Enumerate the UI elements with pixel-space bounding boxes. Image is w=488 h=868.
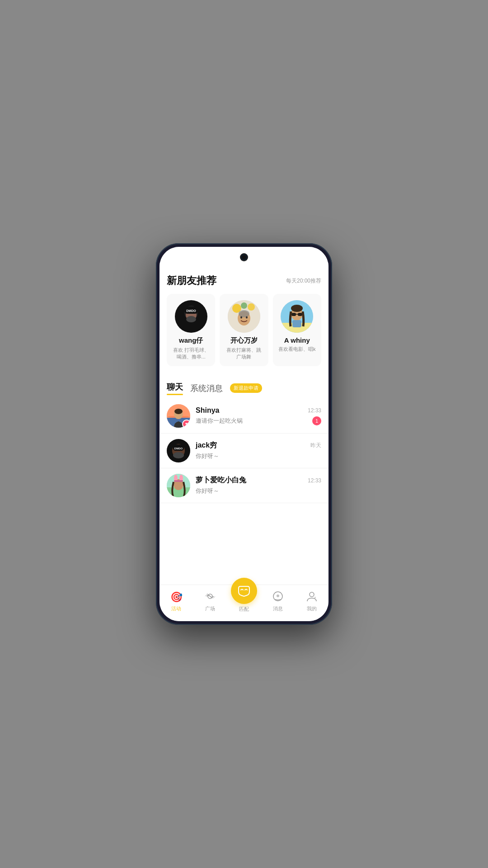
friends-section: 新朋友推荐 每天20:00推荐 (160, 267, 328, 372)
nav-label-activity: 活动 (171, 605, 181, 612)
chat-msg-jack: 你好呀～ (196, 452, 321, 460)
chat-time-luobo: 12:33 (308, 477, 321, 484)
friend-name-kaixin: 开心万岁 (230, 336, 258, 345)
chat-msg-shinya: 邀请你一起吃火锅 (196, 417, 309, 425)
svg-point-32 (173, 452, 184, 458)
chat-info-luobo: 萝卜爱吃小白兔 12:33 你好呀～ (196, 476, 321, 495)
friends-cards: DMDO wang仔 喜欢 打羽毛球、喝酒、撸串... (167, 294, 321, 366)
chat-time-jack: 昨天 (310, 442, 321, 449)
friend-desc-whiny: 喜欢看电影、唱k (278, 346, 316, 353)
friend-card-kaixin[interactable]: 开心万岁 喜欢打麻将、跳广场舞 (220, 294, 268, 366)
chat-name-jack: jack穷 (196, 441, 217, 450)
screen-content: 新朋友推荐 每天20:00推荐 (160, 267, 328, 585)
friend-avatar-whiny (281, 300, 313, 333)
tab-system[interactable]: 系统消息 (190, 383, 223, 394)
unread-badge-shinya: 1 (312, 416, 321, 425)
svg-point-13 (246, 316, 248, 319)
svg-point-3 (186, 316, 196, 322)
svg-rect-21 (292, 320, 301, 327)
chat-item-shinya[interactable]: ♥ Shinya 12:33 邀请你一起吃火锅 1 (160, 399, 328, 434)
nav-item-plaza[interactable]: 广场 (193, 589, 227, 614)
friend-card-whiny[interactable]: A whiny 喜欢看电影、唱k (273, 294, 321, 366)
chat-section: 聊天 系统消息 新退款申请 (160, 375, 328, 507)
chat-msg-row-shinya: 邀请你一起吃火锅 1 (196, 416, 321, 425)
chat-msg-row-luobo: 你好呀～ (196, 487, 321, 495)
svg-point-27 (174, 409, 183, 414)
chat-time-shinya: 12:33 (308, 407, 321, 414)
chat-info-shinya: Shinya 12:33 邀请你一起吃火锅 1 (196, 406, 321, 425)
chat-msg-row-jack: 你好呀～ (196, 452, 321, 460)
svg-point-8 (248, 303, 255, 311)
match-button[interactable] (231, 578, 257, 604)
bottom-nav: 🎯 活动 广场 (160, 585, 328, 621)
activity-icon: 🎯 (170, 590, 182, 604)
svg-point-42 (277, 594, 279, 597)
svg-point-12 (240, 316, 242, 319)
profile-icon (306, 590, 318, 604)
chat-info-jack: jack穷 昨天 你好呀～ (196, 441, 321, 460)
chat-msg-luobo: 你好呀～ (196, 487, 321, 495)
svg-point-11 (239, 310, 249, 317)
chat-item-luobo[interactable]: 萝卜爱吃小白兔 12:33 你好呀～ (160, 468, 328, 503)
svg-point-43 (310, 592, 314, 597)
svg-point-20 (291, 305, 303, 312)
svg-text:DMDO: DMDO (186, 309, 196, 312)
chat-avatar-shinya: ♥ (167, 404, 190, 428)
nav-label-profile: 我的 (307, 605, 317, 612)
chat-name-row-luobo: 萝卜爱吃小白兔 12:33 (196, 476, 321, 485)
friend-desc-kaixin: 喜欢打麻将、跳广场舞 (224, 347, 263, 361)
phone-frame: 新朋友推荐 每天20:00推荐 (156, 243, 332, 625)
tab-chat[interactable]: 聊天 (167, 382, 183, 395)
plaza-icon (204, 590, 216, 604)
chat-avatar-luobo (167, 474, 190, 497)
friend-desc-wang: 喜欢 打羽毛球、喝酒、撸串... (171, 347, 211, 361)
friend-name-wang: wang仔 (179, 336, 203, 345)
svg-text:🎯: 🎯 (170, 591, 182, 602)
refund-badge[interactable]: 新退款申请 (230, 383, 262, 393)
heart-badge-shinya: ♥ (182, 420, 190, 428)
chat-name-luobo: 萝卜爱吃小白兔 (196, 476, 246, 485)
nav-item-profile[interactable]: 我的 (295, 589, 328, 614)
friend-avatar-kaixin (228, 300, 260, 333)
messages-icon (272, 590, 284, 604)
svg-rect-38 (174, 480, 183, 482)
chat-avatar-jack: DMDO (167, 439, 190, 462)
chat-list: ♥ Shinya 12:33 邀请你一起吃火锅 1 (160, 395, 328, 507)
phone-screen: 新朋友推荐 每天20:00推荐 (160, 247, 328, 621)
friend-name-whiny: A whiny (284, 336, 310, 344)
chat-tabs: 聊天 系统消息 新退款申请 (160, 375, 328, 395)
svg-rect-17 (291, 313, 296, 316)
nav-label-messages: 消息 (273, 605, 283, 612)
chat-item-jack[interactable]: DMDO jack穷 昨天 你好呀～ (160, 434, 328, 468)
chat-name-row-jack: jack穷 昨天 (196, 441, 321, 450)
nav-center[interactable]: 匹配 (227, 578, 261, 613)
nav-label-match: 匹配 (239, 606, 249, 613)
chat-name-row-shinya: Shinya 12:33 (196, 406, 321, 415)
camera-notch (241, 254, 247, 260)
friends-header: 新朋友推荐 每天20:00推荐 (167, 274, 321, 288)
svg-point-9 (241, 302, 247, 309)
nav-item-activity[interactable]: 🎯 活动 (160, 589, 193, 614)
friend-avatar-wang: DMDO (175, 300, 207, 333)
friends-title: 新朋友推荐 (167, 274, 216, 288)
svg-rect-18 (298, 313, 302, 316)
svg-text:DMDO: DMDO (174, 447, 183, 450)
nav-item-messages[interactable]: 消息 (261, 589, 295, 614)
chat-name-shinya: Shinya (196, 406, 219, 415)
nav-label-plaza: 广场 (205, 605, 215, 612)
friend-card-wang[interactable]: DMDO wang仔 喜欢 打羽毛球、喝酒、撸串... (167, 294, 215, 366)
friends-subtitle: 每天20:00推荐 (286, 277, 321, 285)
